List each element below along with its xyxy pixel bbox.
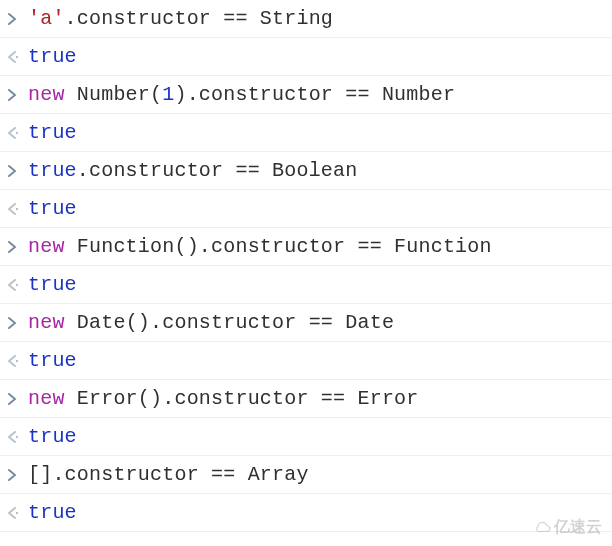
console-output-row: true [0,418,612,456]
console-output-value: true [28,46,608,68]
console-input-row[interactable]: new Date().constructor == Date [0,304,612,342]
code-token: == [296,311,345,334]
code-token: == [199,463,248,486]
svg-point-4 [16,359,18,361]
code-token: Number [382,83,455,106]
code-token: == [333,83,382,106]
code-token: new [28,387,65,410]
code-token: true [28,501,77,524]
code-token: constructor [89,159,223,182]
code-token: true [28,197,77,220]
code-token: . [65,7,77,30]
code-token: true [28,45,77,68]
prompt-arrow-icon [6,316,28,330]
console-output-row: true [0,494,612,532]
result-arrow-icon [6,430,28,444]
code-token: Error [357,387,418,410]
code-token: Error [65,387,138,410]
code-token: == [309,387,358,410]
console-output-value: true [28,350,608,372]
code-token: new [28,235,65,258]
console-output-value: true [28,274,608,296]
code-token: Boolean [272,159,357,182]
code-token: Number [65,83,150,106]
code-token: Date [345,311,394,334]
code-token: 'a' [28,7,65,30]
console-input-code: new Number(1).constructor == Number [28,84,608,106]
code-token: Function [65,235,175,258]
code-token: . [77,159,89,182]
console-output-row: true [0,114,612,152]
console-output-row: true [0,38,612,76]
svg-point-3 [16,283,18,285]
svg-point-1 [16,131,18,133]
code-token: . [52,463,64,486]
console-output-row: true [0,190,612,228]
code-token: ( [150,83,162,106]
console-input-code: new Error().constructor == Error [28,388,608,410]
console-input-code: [].constructor == Array [28,464,608,486]
code-token: (). [126,311,163,334]
code-token: new [28,311,65,334]
console-output-row: true [0,266,612,304]
code-token: == [211,7,260,30]
result-arrow-icon [6,202,28,216]
console-input-row[interactable]: [].constructor == Array [0,456,612,494]
prompt-arrow-icon [6,468,28,482]
code-token: 1 [162,83,174,106]
console-input-row[interactable]: 'a'.constructor == String [0,0,612,38]
result-arrow-icon [6,50,28,64]
code-token: true [28,121,77,144]
code-token: (). [174,235,211,258]
result-arrow-icon [6,506,28,520]
code-token: Array [248,463,309,486]
result-arrow-icon [6,278,28,292]
console-input-row[interactable]: new Error().constructor == Error [0,380,612,418]
code-token: constructor [77,7,211,30]
code-token: constructor [199,83,333,106]
console-input-row[interactable]: true.constructor == Boolean [0,152,612,190]
code-token: constructor [162,311,296,334]
code-token: == [223,159,272,182]
console-input-row[interactable]: new Number(1).constructor == Number [0,76,612,114]
console-input-code: 'a'.constructor == String [28,8,608,30]
code-token: true [28,425,77,448]
code-token: true [28,159,77,182]
code-token: true [28,273,77,296]
code-token: constructor [211,235,345,258]
code-token: == [345,235,394,258]
code-token: constructor [174,387,308,410]
console-input-code: new Function().constructor == Function [28,236,608,258]
svg-point-6 [16,511,18,513]
code-token: ). [174,83,198,106]
code-token: [] [28,463,52,486]
console-input-code: true.constructor == Boolean [28,160,608,182]
console-panel: 'a'.constructor == Stringtruenew Number(… [0,0,612,532]
code-token: true [28,349,77,372]
console-output-value: true [28,122,608,144]
console-output-value: true [28,502,608,524]
result-arrow-icon [6,354,28,368]
prompt-arrow-icon [6,88,28,102]
console-output-value: true [28,198,608,220]
svg-point-5 [16,435,18,437]
svg-point-0 [16,55,18,57]
svg-point-2 [16,207,18,209]
code-token: (). [138,387,175,410]
console-input-code: new Date().constructor == Date [28,312,608,334]
prompt-arrow-icon [6,164,28,178]
console-output-value: true [28,426,608,448]
console-output-row: true [0,342,612,380]
prompt-arrow-icon [6,240,28,254]
code-token: String [260,7,333,30]
code-token: Date [65,311,126,334]
prompt-arrow-icon [6,12,28,26]
code-token: new [28,83,65,106]
code-token: Function [394,235,492,258]
prompt-arrow-icon [6,392,28,406]
code-token: constructor [65,463,199,486]
console-input-row[interactable]: new Function().constructor == Function [0,228,612,266]
result-arrow-icon [6,126,28,140]
